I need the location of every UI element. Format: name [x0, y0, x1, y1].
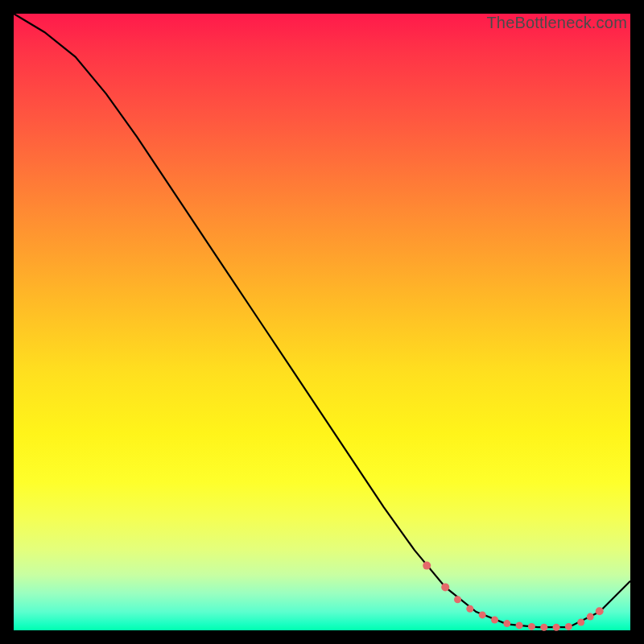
chart-plot-area: TheBottleneck.com	[14, 14, 630, 630]
marker-dot	[587, 613, 594, 621]
chart-svg	[14, 14, 630, 630]
marker-dot	[454, 596, 461, 603]
chart-frame: TheBottleneck.com	[0, 0, 644, 644]
marker-dot	[540, 624, 547, 631]
marker-dot	[466, 605, 473, 613]
marker-dot	[553, 624, 560, 631]
marker-dot	[423, 562, 431, 570]
marker-dot	[516, 621, 523, 629]
marker-dot	[596, 607, 604, 615]
marker-dot	[441, 583, 449, 591]
marker-dot	[491, 617, 498, 624]
marker-dot	[479, 611, 486, 618]
marker-dot	[565, 623, 572, 630]
marker-group	[423, 562, 604, 631]
marker-dot	[528, 623, 535, 630]
marker-dot	[577, 619, 584, 626]
curve-line	[14, 14, 630, 627]
marker-dot	[503, 620, 510, 627]
